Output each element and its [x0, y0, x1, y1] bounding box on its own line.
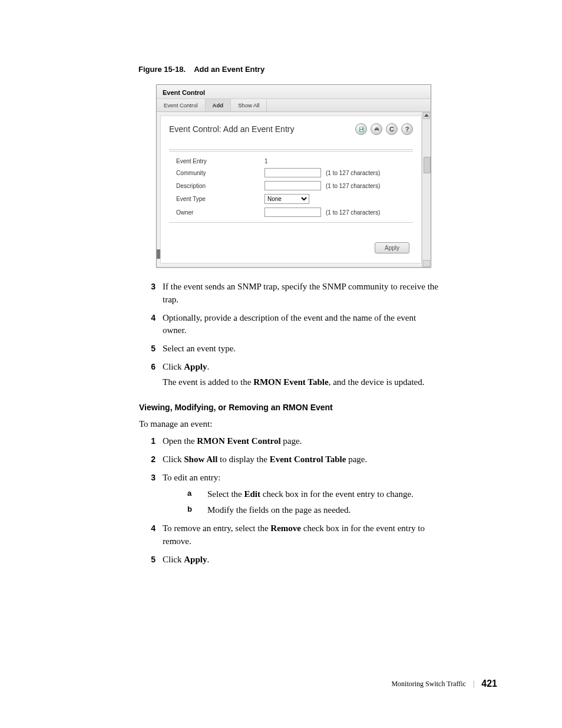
substep-text: Select the Edit check box in for the eve… — [207, 488, 414, 501]
window-title: Event Control — [157, 85, 431, 99]
step-text: Click Apply. — [163, 554, 209, 566]
footer-section: Monitoring Switch Traffic — [391, 680, 465, 689]
substep-text: Modify the fields on the page as needed. — [207, 504, 351, 517]
svg-rect-3 — [375, 127, 378, 129]
refresh-icon[interactable]: C — [386, 123, 398, 135]
label-description: Description — [176, 183, 265, 189]
step-text: Select an event type. — [163, 342, 236, 355]
subsection-heading: Viewing, Modifying, or Removing an RMON … — [139, 403, 497, 412]
row-event-type: Event Type None — [169, 192, 413, 206]
input-community[interactable] — [265, 168, 321, 177]
scroll-thumb[interactable] — [424, 157, 431, 173]
hint-community: (1 to 127 characters) — [326, 170, 380, 176]
screenshot-panel: Event Control Event Control Add Show All… — [156, 84, 431, 268]
tab-bar: Event Control Add Show All — [157, 99, 431, 112]
figure-number: Figure 15-18. — [138, 65, 186, 74]
scroll-up-icon — [424, 114, 429, 117]
footer-page: 421 — [481, 678, 497, 689]
footer-separator: | — [473, 680, 474, 689]
step-num: 4 — [140, 312, 156, 338]
step-num: 2 — [140, 453, 156, 466]
figure-title: Add an Event Entry — [194, 65, 265, 74]
step-text: To remove an entry, select the Remove ch… — [163, 522, 439, 548]
step-text: If the event sends an SNMP trap, specify… — [163, 281, 439, 307]
step-num: 5 — [140, 342, 156, 355]
step-num: 6 — [140, 361, 156, 389]
page-footer: Monitoring Switch Traffic | 421 — [391, 678, 497, 689]
help-icon[interactable]: ? — [401, 123, 413, 135]
step-text: Click Apply. The event is added to the R… — [163, 361, 425, 389]
tab-event-control[interactable]: Event Control — [157, 99, 206, 111]
row-event-entry: Event Entry 1 — [169, 156, 413, 166]
scrollbar[interactable] — [422, 112, 431, 267]
procedure-b: 1 Open the RMON Event Control page. 2 Cl… — [140, 435, 497, 566]
step-text: Open the RMON Event Control page. — [163, 435, 302, 448]
step-num: 1 — [140, 435, 156, 448]
form-pane: Event Control: Add an Event Entry C ? Ev… — [160, 116, 422, 263]
resize-handle[interactable] — [157, 249, 160, 259]
row-community: Community (1 to 127 characters) — [169, 166, 413, 179]
pane-title: Event Control: Add an Event Entry — [169, 124, 294, 134]
svg-rect-0 — [360, 127, 362, 129]
print-icon[interactable] — [371, 123, 382, 135]
step-text: Optionally, provide a description of the… — [163, 312, 439, 338]
value-event-entry: 1 — [265, 158, 268, 164]
procedure-a: 3If the event sends an SNMP trap, specif… — [140, 281, 497, 388]
figure-caption: Figure 15-18.Add an Event Entry — [138, 65, 497, 74]
svg-rect-1 — [360, 130, 362, 131]
step-num: 5 — [140, 554, 156, 566]
row-description: Description (1 to 127 characters) — [169, 179, 413, 192]
step-text: Click Show All to display the Event Cont… — [163, 453, 367, 466]
save-icon[interactable] — [355, 123, 367, 135]
input-description[interactable] — [265, 181, 321, 190]
hint-description: (1 to 127 characters) — [326, 183, 380, 189]
select-event-type[interactable]: None — [265, 194, 309, 204]
step-num: 3 — [140, 281, 156, 307]
tab-add[interactable]: Add — [206, 99, 231, 111]
svg-rect-4 — [375, 130, 378, 131]
substep-num: a — [187, 488, 199, 501]
step-text: To edit an entry: aSelect the Edit check… — [163, 472, 414, 517]
lead-text: To manage an event: — [139, 419, 497, 429]
label-event-entry: Event Entry — [176, 158, 265, 164]
input-owner[interactable] — [265, 207, 321, 217]
row-owner: Owner (1 to 127 characters) — [169, 206, 413, 219]
substep-num: b — [187, 504, 199, 517]
step-num: 4 — [140, 522, 156, 548]
apply-button[interactable]: Apply — [375, 242, 409, 253]
label-owner: Owner — [176, 209, 265, 216]
label-event-type: Event Type — [176, 196, 265, 202]
scroll-down-icon — [424, 262, 429, 265]
tab-show-all[interactable]: Show All — [231, 99, 267, 111]
step-num: 3 — [140, 472, 156, 517]
label-community: Community — [176, 170, 265, 176]
hint-owner: (1 to 127 characters) — [326, 209, 380, 216]
